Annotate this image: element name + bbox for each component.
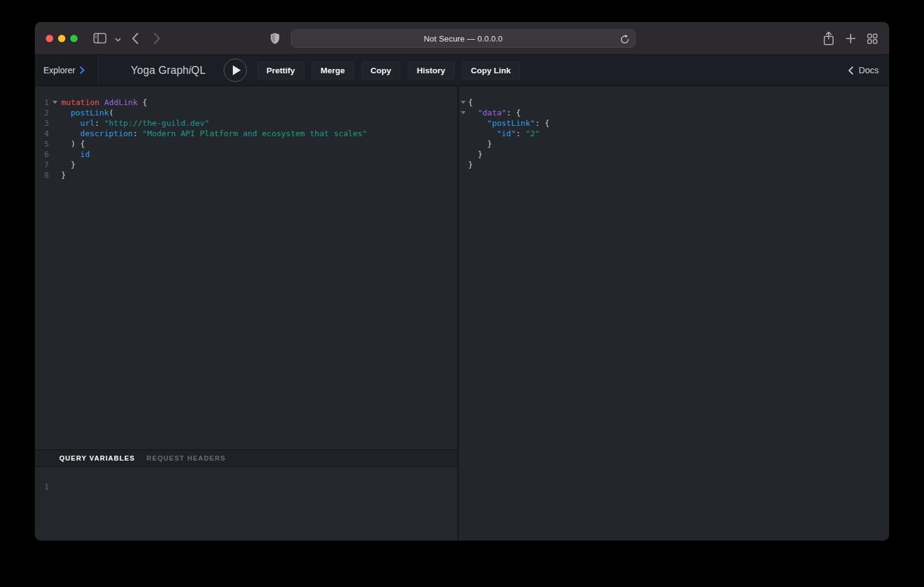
traffic-zoom-button[interactable] [70,35,78,42]
response-pane: { "data": { "postLink": { "id": "2" } }} [459,86,889,541]
code-text: { [468,97,473,108]
code-line: 1 [35,481,457,492]
fold-spacer [459,128,468,139]
reload-icon[interactable] [620,34,629,45]
explorer-label: Explorer [43,65,75,75]
code-line: 7 } [35,159,457,170]
code-line: } [459,159,889,170]
code-text: "postLink": { [468,118,549,128]
docs-toggle[interactable]: Docs [848,55,879,86]
sidebar-toggle-icon[interactable] [94,33,106,43]
history-button[interactable]: History [408,62,455,79]
code-text: } [61,170,66,180]
line-number: 3 [35,118,49,128]
code-line: 4 description: "Modern API Platform and … [35,128,457,139]
merge-button[interactable]: Merge [312,62,354,79]
response-viewer[interactable]: { "data": { "postLink": { "id": "2" } }} [459,86,889,170]
explorer-toggle[interactable]: Explorer [35,55,98,86]
fold-spacer [459,159,468,170]
forward-button-icon[interactable] [153,32,161,45]
code-line: 8} [35,170,457,180]
code-line: 5 ) { [35,139,457,149]
tab-query-variables[interactable]: QUERY VARIABLES [59,454,135,462]
line-number: 8 [35,170,49,180]
explorer-chevron-icon [79,66,85,75]
toolbar-buttons: Prettify Merge Copy History Copy Link [257,62,520,79]
tab-request-headers[interactable]: REQUEST HEADERS [147,454,226,462]
traffic-close-button[interactable] [46,35,53,42]
docs-chevron-left-icon [848,66,854,75]
docs-label: Docs [859,65,879,75]
query-variables-editor[interactable]: 1 [35,467,457,541]
code-text: } [61,159,75,170]
code-text: } [468,159,473,170]
sidebar-dropdown-chevron-icon[interactable] [115,38,121,42]
line-number: 4 [35,128,49,139]
line-number: 5 [35,139,49,149]
fold-spacer [49,481,61,492]
query-pane: 1mutation AddLink {2 postLink(3 url: "ht… [35,86,457,541]
share-icon[interactable] [823,31,834,46]
fold-spacer [459,139,468,149]
code-line: "data": { [459,108,889,118]
fold-spacer [49,139,61,149]
code-text: ) { [61,139,85,149]
code-line: 6 id [35,149,457,159]
code-text: url: "http://the-guild.dev" [61,118,210,128]
page-title: Yoga GraphiQL [131,55,206,86]
code-line: "id": "2" [459,128,889,139]
code-text: "data": { [468,108,521,118]
fold-spacer [459,118,468,128]
code-line: } [459,149,889,159]
fold-spacer [49,118,61,128]
line-number: 6 [35,149,49,159]
code-line: } [459,139,889,149]
code-text: } [468,149,482,159]
line-number: 2 [35,108,49,118]
new-tab-icon[interactable] [846,34,856,43]
traffic-minimize-button[interactable] [58,35,65,42]
code-line: { [459,97,889,108]
fold-spacer [49,159,61,170]
tab-overview-icon[interactable] [867,34,878,44]
back-button-icon[interactable] [131,32,139,45]
code-line: "postLink": { [459,118,889,128]
line-number: 7 [35,159,49,170]
copy-link-button[interactable]: Copy Link [462,62,520,79]
code-line: 1mutation AddLink { [35,97,457,108]
copy-button[interactable]: Copy [361,62,400,79]
code-text: description: "Modern API Platform and ec… [61,128,367,139]
query-editor[interactable]: 1mutation AddLink {2 postLink(3 url: "ht… [35,86,457,450]
browser-chrome: Not Secure — 0.0.0.0 [35,22,889,55]
browser-window: Not Secure — 0.0.0.0 Explorer [35,22,889,541]
workspace: 1mutation AddLink {2 postLink(3 url: "ht… [35,86,889,541]
fold-arrow-icon[interactable] [49,97,61,108]
line-number: 1 [35,481,49,492]
fold-spacer [459,149,468,159]
play-icon [233,65,241,75]
fold-spacer [49,170,61,180]
code-line: 2 postLink( [35,108,457,118]
line-number: 1 [35,97,49,108]
privacy-shield-icon[interactable] [270,32,280,45]
prettify-button[interactable]: Prettify [257,62,304,79]
code-text: "id": "2" [468,128,540,139]
address-text: Not Secure — 0.0.0.0 [424,34,502,43]
graphiql-toolbar: Explorer Yoga GraphiQL Prettify Merge Co… [35,55,889,86]
variables-tab-bar: QUERY VARIABLES REQUEST HEADERS [35,450,457,467]
code-text: } [468,139,492,149]
execute-query-button[interactable] [224,59,247,82]
fold-spacer [49,128,61,139]
fold-arrow-icon[interactable] [459,97,468,108]
code-text: mutation AddLink { [61,97,147,108]
code-line: 3 url: "http://the-guild.dev" [35,118,457,128]
code-text: id [61,149,90,159]
fold-spacer [49,108,61,118]
code-text: postLink( [61,108,114,118]
address-bar[interactable]: Not Secure — 0.0.0.0 [291,29,636,48]
fold-spacer [49,149,61,159]
fold-arrow-icon[interactable] [459,108,468,118]
